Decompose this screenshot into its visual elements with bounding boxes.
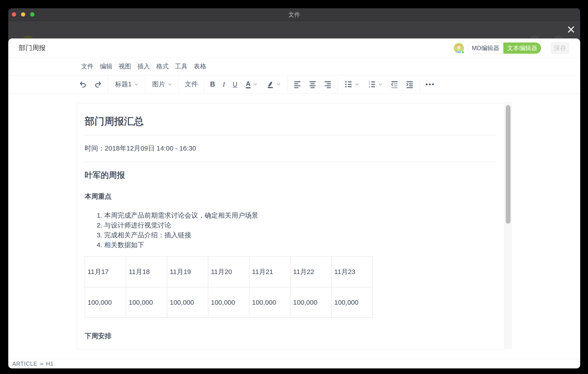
chevron-down-icon bbox=[135, 83, 138, 86]
bold-button[interactable]: B bbox=[206, 75, 219, 93]
doc-numbered-list: 本周完成产品前期需求讨论会议，确定相关用户场景 与设计师进行视觉讨论 完成相关产… bbox=[85, 210, 496, 250]
online-status-dot bbox=[461, 51, 464, 54]
avatar[interactable] bbox=[454, 43, 464, 53]
align-right-button[interactable] bbox=[320, 75, 335, 93]
table-cell[interactable]: 11月19 bbox=[167, 257, 208, 287]
svg-text:3: 3 bbox=[369, 86, 370, 88]
format-toolbar: 标题1 图片 文件 B I U A bbox=[8, 75, 580, 93]
numbered-list-dropdown[interactable]: 1 2 3 bbox=[364, 75, 387, 93]
table-cell[interactable]: 100,000 bbox=[249, 287, 290, 318]
bullet-list-dropdown[interactable] bbox=[340, 75, 364, 93]
table-cell[interactable]: 11月17 bbox=[85, 257, 126, 287]
md-editor-button[interactable]: MD编辑器 bbox=[468, 43, 503, 54]
redo-button[interactable] bbox=[91, 75, 106, 93]
menu-table[interactable]: 表格 bbox=[194, 62, 206, 71]
insert-image-dropdown[interactable]: 图片 bbox=[147, 75, 176, 93]
indent-button[interactable] bbox=[402, 75, 417, 93]
highlighter-icon bbox=[266, 80, 274, 88]
macos-titlebar: 文件 bbox=[8, 8, 580, 21]
menu-edit[interactable]: 编辑 bbox=[100, 62, 112, 71]
table-cell[interactable]: 11月20 bbox=[208, 257, 249, 287]
list-item[interactable]: 相关数据如下 bbox=[104, 240, 496, 250]
align-left-button[interactable] bbox=[290, 75, 305, 93]
divider bbox=[85, 135, 496, 135]
heading-style-dropdown[interactable]: 标题1 bbox=[110, 75, 143, 93]
table-cell[interactable]: 11月18 bbox=[126, 257, 167, 287]
window-title: 文件 bbox=[8, 8, 580, 21]
menu-bar: 文件 编辑 视图 插入 格式 工具 表格 bbox=[8, 58, 580, 75]
undo-icon bbox=[79, 80, 87, 88]
list-item[interactable]: 本周完成产品前期需求讨论会议，确定相关用户场景 bbox=[104, 210, 496, 220]
bullet-list-icon bbox=[345, 80, 352, 88]
list-item[interactable]: 与设计师进行视觉讨论 bbox=[104, 220, 496, 230]
numbered-list-icon: 1 2 3 bbox=[368, 80, 376, 88]
menu-insert[interactable]: 插入 bbox=[137, 62, 150, 71]
table-cell[interactable]: 100,000 bbox=[126, 287, 167, 318]
close-overlay-button[interactable] bbox=[567, 25, 576, 34]
highlight-color-dropdown[interactable] bbox=[262, 75, 285, 93]
status-bar: ARTICLE » H1 bbox=[8, 359, 580, 368]
status-path-root: ARTICLE bbox=[12, 361, 37, 367]
toolbar-separator bbox=[178, 75, 179, 93]
doc-heading-2[interactable]: 叶军的周报 bbox=[85, 170, 496, 181]
chevron-down-icon bbox=[277, 83, 280, 86]
editor-header: 部门周报 MD编辑器 文本编辑器 保存 bbox=[8, 38, 580, 58]
chevron-down-icon bbox=[168, 83, 172, 86]
text-editor-button[interactable]: 文本编辑器 bbox=[503, 43, 541, 54]
underline-button[interactable]: U bbox=[229, 75, 241, 93]
editor-panel: 部门周报 MD编辑器 文本编辑器 保存 bbox=[8, 38, 580, 368]
italic-button[interactable]: I bbox=[219, 75, 229, 93]
outdent-icon bbox=[391, 80, 398, 88]
more-tools-button[interactable] bbox=[422, 75, 438, 93]
more-icon bbox=[426, 83, 434, 85]
align-right-icon bbox=[324, 80, 332, 88]
close-icon bbox=[568, 26, 574, 33]
menu-view[interactable]: 视图 bbox=[119, 62, 131, 71]
chevron-down-icon bbox=[253, 83, 257, 86]
menu-format[interactable]: 格式 bbox=[156, 62, 169, 71]
toolbar-separator bbox=[145, 75, 145, 93]
table-row: 100,000 100,000 100,000 100,000 100,000 … bbox=[85, 287, 373, 318]
outdent-button[interactable] bbox=[387, 75, 402, 93]
table-cell[interactable]: 11月23 bbox=[332, 257, 373, 287]
table-cell[interactable]: 100,000 bbox=[85, 287, 126, 318]
align-left-icon bbox=[294, 80, 301, 88]
doc-section-next[interactable]: 下周安排 bbox=[85, 331, 496, 341]
menu-file[interactable]: 文件 bbox=[81, 62, 94, 71]
list-item[interactable]: 完成相关产品介绍：插入链接 bbox=[104, 230, 496, 240]
toolbar-separator bbox=[337, 75, 338, 93]
insert-file-button[interactable]: 文件 bbox=[181, 75, 201, 93]
font-color-icon: A bbox=[246, 80, 251, 88]
svg-text:2: 2 bbox=[369, 83, 370, 86]
editor-mode-toggle: MD编辑器 文本编辑器 bbox=[468, 43, 541, 54]
doc-heading-1[interactable]: 部门周报汇总 bbox=[85, 115, 496, 128]
chevron-down-icon bbox=[355, 83, 359, 86]
doc-section-week[interactable]: 本周重点 bbox=[85, 192, 496, 201]
scrollbar-thumb[interactable] bbox=[506, 105, 511, 224]
align-center-button[interactable] bbox=[305, 75, 320, 93]
table-cell[interactable]: 11月22 bbox=[290, 257, 332, 287]
save-button[interactable]: 保存 bbox=[551, 43, 569, 54]
redo-icon bbox=[94, 80, 102, 88]
menu-tools[interactable]: 工具 bbox=[175, 62, 188, 71]
vertical-scrollbar[interactable] bbox=[505, 102, 512, 349]
undo-button[interactable] bbox=[75, 75, 91, 93]
toolbar-separator bbox=[204, 75, 204, 93]
document-editor-area[interactable]: 部门周报汇总 时间：2018年12月09日 14:00 - 16:30 叶军的周… bbox=[77, 103, 504, 349]
doc-time-line[interactable]: 时间：2018年12月09日 14:00 - 16:30 bbox=[85, 144, 496, 153]
table-row: 11月17 11月18 11月19 11月20 11月21 11月22 11月2… bbox=[85, 257, 373, 287]
chevron-down-icon bbox=[379, 83, 382, 86]
font-color-dropdown[interactable]: A bbox=[241, 75, 262, 93]
data-table: 11月17 11月18 11月19 11月20 11月21 11月22 11月2… bbox=[85, 257, 373, 318]
align-center-icon bbox=[309, 80, 316, 88]
status-path-separator: » bbox=[40, 361, 43, 367]
table-cell[interactable]: 11月21 bbox=[249, 257, 290, 287]
svg-text:1: 1 bbox=[369, 80, 370, 83]
toolbar-separator bbox=[420, 75, 420, 93]
header-actions: MD编辑器 文本编辑器 保存 bbox=[454, 43, 569, 54]
table-cell[interactable]: 100,000 bbox=[167, 287, 208, 318]
table-cell[interactable]: 100,000 bbox=[290, 287, 332, 318]
table-cell[interactable]: 100,000 bbox=[208, 287, 249, 318]
status-path-node: H1 bbox=[46, 361, 54, 367]
table-cell[interactable]: 100,000 bbox=[332, 287, 373, 318]
